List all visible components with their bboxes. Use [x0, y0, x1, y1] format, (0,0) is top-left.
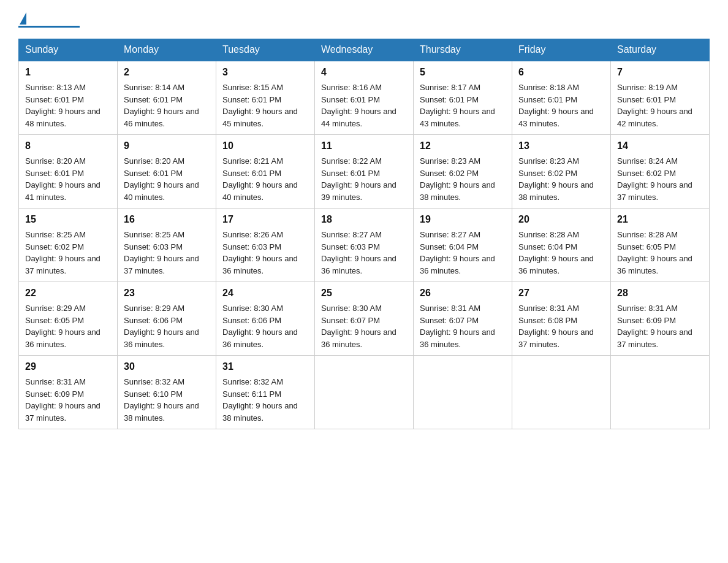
day-number: 3	[222, 65, 308, 80]
day-number: 18	[321, 212, 407, 227]
day-info: Sunrise: 8:23 AMSunset: 6:02 PMDaylight:…	[420, 156, 495, 202]
day-number: 2	[124, 65, 210, 80]
weekday-header-tuesday: Tuesday	[216, 39, 315, 61]
day-number: 22	[25, 286, 111, 301]
day-info: Sunrise: 8:24 AMSunset: 6:02 PMDaylight:…	[617, 156, 692, 202]
day-number: 30	[124, 359, 210, 374]
logo-triangle-icon	[20, 12, 26, 25]
calendar-week-row: 8Sunrise: 8:20 AMSunset: 6:01 PMDaylight…	[19, 135, 710, 209]
calendar-cell: 12Sunrise: 8:23 AMSunset: 6:02 PMDayligh…	[414, 135, 512, 209]
weekday-header-friday: Friday	[512, 39, 611, 61]
calendar-cell: 21Sunrise: 8:28 AMSunset: 6:05 PMDayligh…	[611, 209, 710, 282]
page-header	[18, 12, 710, 28]
day-number: 16	[124, 212, 210, 227]
day-number: 15	[25, 212, 111, 227]
day-number: 23	[124, 286, 210, 301]
calendar-cell: 18Sunrise: 8:27 AMSunset: 6:03 PMDayligh…	[315, 209, 414, 282]
day-number: 5	[420, 65, 506, 80]
calendar-cell: 9Sunrise: 8:20 AMSunset: 6:01 PMDaylight…	[118, 135, 216, 209]
calendar-cell: 24Sunrise: 8:30 AMSunset: 6:06 PMDayligh…	[216, 282, 315, 356]
calendar-week-row: 1Sunrise: 8:13 AMSunset: 6:01 PMDaylight…	[19, 61, 710, 135]
day-info: Sunrise: 8:15 AMSunset: 6:01 PMDaylight:…	[222, 83, 298, 128]
day-number: 27	[518, 286, 604, 301]
day-info: Sunrise: 8:23 AMSunset: 6:02 PMDaylight:…	[518, 156, 594, 202]
day-info: Sunrise: 8:28 AMSunset: 6:04 PMDaylight:…	[518, 230, 594, 275]
day-info: Sunrise: 8:26 AMSunset: 6:03 PMDaylight:…	[222, 230, 298, 275]
day-number: 26	[420, 286, 506, 301]
day-info: Sunrise: 8:25 AMSunset: 6:03 PMDaylight:…	[124, 230, 199, 275]
calendar-cell: 13Sunrise: 8:23 AMSunset: 6:02 PMDayligh…	[512, 135, 611, 209]
day-info: Sunrise: 8:20 AMSunset: 6:01 PMDaylight:…	[25, 156, 100, 202]
day-info: Sunrise: 8:29 AMSunset: 6:06 PMDaylight:…	[124, 304, 199, 349]
calendar-cell: 5Sunrise: 8:17 AMSunset: 6:01 PMDaylight…	[414, 61, 512, 135]
calendar-cell	[512, 356, 611, 429]
calendar-cell: 8Sunrise: 8:20 AMSunset: 6:01 PMDaylight…	[19, 135, 118, 209]
day-info: Sunrise: 8:27 AMSunset: 6:04 PMDaylight:…	[420, 230, 495, 275]
day-number: 13	[518, 139, 604, 153]
calendar-cell: 4Sunrise: 8:16 AMSunset: 6:01 PMDaylight…	[315, 61, 414, 135]
calendar-cell	[414, 356, 512, 429]
calendar-cell	[315, 356, 414, 429]
day-number: 14	[617, 139, 703, 153]
calendar-week-row: 22Sunrise: 8:29 AMSunset: 6:05 PMDayligh…	[19, 282, 710, 356]
day-info: Sunrise: 8:21 AMSunset: 6:01 PMDaylight:…	[222, 156, 298, 202]
logo-underline	[18, 26, 80, 28]
day-number: 12	[420, 139, 506, 153]
day-info: Sunrise: 8:25 AMSunset: 6:02 PMDaylight:…	[25, 230, 100, 275]
calendar-cell: 29Sunrise: 8:31 AMSunset: 6:09 PMDayligh…	[19, 356, 118, 429]
calendar-cell: 2Sunrise: 8:14 AMSunset: 6:01 PMDaylight…	[118, 61, 216, 135]
day-number: 31	[222, 359, 308, 374]
calendar-cell: 10Sunrise: 8:21 AMSunset: 6:01 PMDayligh…	[216, 135, 315, 209]
day-number: 28	[617, 286, 703, 301]
calendar-cell: 15Sunrise: 8:25 AMSunset: 6:02 PMDayligh…	[19, 209, 118, 282]
day-number: 8	[25, 139, 111, 153]
weekday-header-monday: Monday	[118, 39, 216, 61]
day-info: Sunrise: 8:16 AMSunset: 6:01 PMDaylight:…	[321, 83, 396, 128]
calendar-cell: 26Sunrise: 8:31 AMSunset: 6:07 PMDayligh…	[414, 282, 512, 356]
day-info: Sunrise: 8:32 AMSunset: 6:11 PMDaylight:…	[222, 377, 298, 423]
calendar-cell: 16Sunrise: 8:25 AMSunset: 6:03 PMDayligh…	[118, 209, 216, 282]
day-info: Sunrise: 8:31 AMSunset: 6:09 PMDaylight:…	[617, 304, 692, 349]
day-info: Sunrise: 8:31 AMSunset: 6:08 PMDaylight:…	[518, 304, 594, 349]
day-number: 6	[518, 65, 604, 80]
day-number: 4	[321, 65, 407, 80]
day-info: Sunrise: 8:19 AMSunset: 6:01 PMDaylight:…	[617, 83, 692, 128]
day-number: 9	[124, 139, 210, 153]
day-info: Sunrise: 8:14 AMSunset: 6:01 PMDaylight:…	[124, 83, 199, 128]
calendar-cell: 17Sunrise: 8:26 AMSunset: 6:03 PMDayligh…	[216, 209, 315, 282]
calendar-week-row: 15Sunrise: 8:25 AMSunset: 6:02 PMDayligh…	[19, 209, 710, 282]
day-number: 20	[518, 212, 604, 227]
calendar-cell: 7Sunrise: 8:19 AMSunset: 6:01 PMDaylight…	[611, 61, 710, 135]
calendar-cell: 22Sunrise: 8:29 AMSunset: 6:05 PMDayligh…	[19, 282, 118, 356]
day-number: 25	[321, 286, 407, 301]
day-info: Sunrise: 8:30 AMSunset: 6:07 PMDaylight:…	[321, 304, 396, 349]
calendar-cell: 25Sunrise: 8:30 AMSunset: 6:07 PMDayligh…	[315, 282, 414, 356]
day-info: Sunrise: 8:31 AMSunset: 6:09 PMDaylight:…	[25, 377, 100, 423]
day-number: 29	[25, 359, 111, 374]
day-number: 24	[222, 286, 308, 301]
calendar-cell: 28Sunrise: 8:31 AMSunset: 6:09 PMDayligh…	[611, 282, 710, 356]
calendar-table: SundayMondayTuesdayWednesdayThursdayFrid…	[18, 39, 710, 429]
day-info: Sunrise: 8:18 AMSunset: 6:01 PMDaylight:…	[518, 83, 594, 128]
day-info: Sunrise: 8:17 AMSunset: 6:01 PMDaylight:…	[420, 83, 495, 128]
day-number: 7	[617, 65, 703, 80]
day-info: Sunrise: 8:31 AMSunset: 6:07 PMDaylight:…	[420, 304, 495, 349]
day-info: Sunrise: 8:32 AMSunset: 6:10 PMDaylight:…	[124, 377, 199, 423]
calendar-week-row: 29Sunrise: 8:31 AMSunset: 6:09 PMDayligh…	[19, 356, 710, 429]
calendar-cell: 14Sunrise: 8:24 AMSunset: 6:02 PMDayligh…	[611, 135, 710, 209]
day-number: 10	[222, 139, 308, 153]
calendar-cell: 11Sunrise: 8:22 AMSunset: 6:01 PMDayligh…	[315, 135, 414, 209]
weekday-header-wednesday: Wednesday	[315, 39, 414, 61]
day-info: Sunrise: 8:29 AMSunset: 6:05 PMDaylight:…	[25, 304, 100, 349]
weekday-header-row: SundayMondayTuesdayWednesdayThursdayFrid…	[19, 39, 710, 61]
day-info: Sunrise: 8:30 AMSunset: 6:06 PMDaylight:…	[222, 304, 298, 349]
calendar-cell: 30Sunrise: 8:32 AMSunset: 6:10 PMDayligh…	[118, 356, 216, 429]
day-number: 11	[321, 139, 407, 153]
day-number: 1	[25, 65, 111, 80]
day-info: Sunrise: 8:13 AMSunset: 6:01 PMDaylight:…	[25, 83, 100, 128]
calendar-cell: 3Sunrise: 8:15 AMSunset: 6:01 PMDaylight…	[216, 61, 315, 135]
day-info: Sunrise: 8:28 AMSunset: 6:05 PMDaylight:…	[617, 230, 692, 275]
weekday-header-thursday: Thursday	[414, 39, 512, 61]
day-number: 17	[222, 212, 308, 227]
calendar-cell: 23Sunrise: 8:29 AMSunset: 6:06 PMDayligh…	[118, 282, 216, 356]
